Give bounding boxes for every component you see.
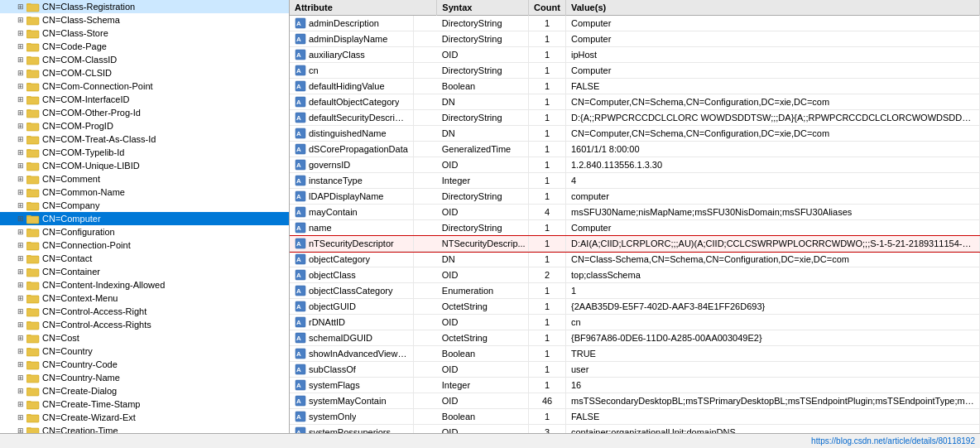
- tree-item[interactable]: ⊞ CN=Class-Store: [0, 26, 289, 40]
- table-row[interactable]: A showInAdvancedViewOnlyBoolean1TRUE: [290, 346, 980, 362]
- svg-text:A: A: [296, 161, 301, 169]
- table-row[interactable]: A objectClassOID2top;classSchema: [290, 267, 980, 283]
- tree-item[interactable]: ⊞ CN=Comment: [0, 172, 289, 185]
- tree-item[interactable]: ⊞ CN=COM-Treat-As-Class-Id: [0, 132, 289, 146]
- tree-item[interactable]: ⊞ CN=COM-ClassID: [0, 53, 289, 66]
- folder-icon: [26, 385, 40, 397]
- tree-item-label: CN=Country-Name: [42, 373, 120, 383]
- table-row[interactable]: A instanceTypeInteger14: [290, 173, 980, 189]
- attr-syntax-cell: Boolean: [437, 346, 529, 362]
- attr-value-cell: top;classSchema: [566, 267, 980, 283]
- tree-item[interactable]: ⊞ CN=COM-Typelib-Id: [0, 146, 289, 159]
- tree-item[interactable]: ⊞ CN=COM-Other-Prog-Id: [0, 106, 289, 119]
- attr-name-cell: A rDNAttID: [290, 315, 414, 330]
- attr-count-cell: 1: [529, 94, 566, 110]
- tree-item-label: CN=COM-Typelib-Id: [42, 147, 124, 157]
- table-row[interactable]: A dSCorePropagationDataGeneralizedTime11…: [290, 142, 980, 157]
- attr-value-cell: user: [566, 362, 980, 378]
- table-row[interactable]: A systemFlagsInteger116: [290, 378, 980, 393]
- tree-item[interactable]: ⊞ CN=COM-CLSID: [0, 66, 289, 79]
- tree-item[interactable]: ⊞ CN=Control-Access-Right: [0, 305, 289, 318]
- table-row[interactable]: A nTSecurityDescriptorNTSecurityDescrip.…: [290, 236, 980, 252]
- table-row[interactable]: A nameDirectoryString1Computer: [290, 220, 980, 236]
- attr-syntax-cell: OctetString: [437, 330, 529, 346]
- status-url[interactable]: https://blog.csdn.net/article/details/80…: [811, 436, 975, 446]
- tree-item[interactable]: ⊞ CN=Common-Name: [0, 185, 289, 199]
- table-row[interactable]: A defaultSecurityDescriptorDirectoryStri…: [290, 110, 980, 126]
- table-row[interactable]: A systemMayContainOID46msTSSecondaryDesk…: [290, 393, 980, 409]
- tree-item[interactable]: ⊞ CN=Content-Indexing-Allowed: [0, 278, 289, 291]
- tree-item[interactable]: ⊞ CN=Cost: [0, 331, 289, 344]
- table-row[interactable]: A schemaIDGUIDOctetString1{BF967A86-0DE6…: [290, 330, 980, 346]
- tree-item[interactable]: ⊞ CN=COM-Unique-LIBID: [0, 159, 289, 172]
- table-row[interactable]: A rDNAttIDOID1cn: [290, 315, 980, 330]
- table-row[interactable]: A distinguishedNameDN1CN=Computer,CN=Sch…: [290, 126, 980, 142]
- attr-icon: A: [295, 285, 306, 296]
- attr-syntax-cell: OID: [437, 47, 529, 63]
- tree-item[interactable]: ⊞ CN=Contact: [0, 252, 289, 265]
- tree-item[interactable]: ⊞ CN=COM-InterfaceID: [0, 93, 289, 106]
- table-row[interactable]: A governsIDOID11.2.840.113556.1.3.30: [290, 157, 980, 173]
- tree-item[interactable]: ⊞ CN=Create-Dialog: [0, 384, 289, 397]
- table-row[interactable]: A objectClassCategoryEnumeration11: [290, 283, 980, 299]
- table-row[interactable]: A cnDirectoryString1Computer: [290, 63, 980, 79]
- table-row[interactable]: A systemPossuperiorsOID3container;organi…: [290, 425, 980, 434]
- table-row[interactable]: A auxiliaryClassOID1ipHost: [290, 47, 980, 63]
- table-row[interactable]: A mayContainOID4msSFU30Name;nisMapName;m…: [290, 205, 980, 220]
- table-row[interactable]: A defaultHidingValueBoolean1FALSE: [290, 79, 980, 94]
- left-panel[interactable]: ⊞ CN=Class-Registration ⊞ CN=Class-Schem…: [0, 0, 290, 433]
- tree-item[interactable]: ⊞ CN=Country-Name: [0, 371, 289, 384]
- attr-icon: A: [295, 33, 306, 45]
- attr-name-cell: A subClassOf: [290, 362, 414, 377]
- tree-item[interactable]: ⊞ CN=Container: [0, 265, 289, 278]
- folder-icon: [26, 253, 40, 264]
- attr-name: adminDisplayName: [309, 34, 387, 44]
- tree-item-label: CN=Contact: [42, 253, 92, 263]
- folder-icon: [26, 266, 40, 277]
- table-row[interactable]: A subClassOfOID1user: [290, 362, 980, 378]
- table-row[interactable]: A adminDescriptionDirectoryString1Comput…: [290, 16, 980, 31]
- attribute-table: Attribute Syntax Count Value(s) A adminD…: [290, 0, 980, 433]
- svg-text:A: A: [296, 193, 301, 200]
- tree-item[interactable]: ⊞ CN=Create-Wizard-Ext: [0, 411, 289, 424]
- attr-icon: A: [295, 301, 306, 312]
- tree-item[interactable]: ⊞ CN=Class-Schema: [0, 13, 289, 26]
- attr-value-cell: CN=Computer,CN=Schema,CN=Configuration,D…: [566, 94, 980, 110]
- expand-icon: ⊞: [15, 292, 26, 304]
- attr-syntax-cell: Enumeration: [437, 283, 529, 299]
- tree-item[interactable]: ⊞ CN=Code-Page: [0, 40, 289, 53]
- tree-item[interactable]: ⊞ CN=Class-Registration: [0, 0, 289, 13]
- tree-item[interactable]: ⊞ CN=Country-Code: [0, 358, 289, 371]
- attr-name-cell: A cn: [290, 63, 414, 78]
- tree-item[interactable]: ⊞ CN=Com-Connection-Point: [0, 79, 289, 93]
- attr-name: subClassOf: [309, 364, 356, 374]
- svg-rect-46: [26, 309, 39, 316]
- tree-item[interactable]: ⊞ CN=Context-Menu: [0, 291, 289, 305]
- attr-value-cell: TRUE: [566, 346, 980, 362]
- tree-item[interactable]: ⊞ CN=Connection-Point: [0, 238, 289, 252]
- tree-item-label: CN=COM-CLSID: [42, 68, 112, 78]
- tree-item[interactable]: ⊞ CN=Control-Access-Rights: [0, 318, 289, 331]
- attr-count-cell: 1: [529, 79, 566, 94]
- tree-item[interactable]: ⊞ CN=Country: [0, 344, 289, 358]
- attr-count-cell: 1: [529, 220, 566, 236]
- svg-rect-36: [26, 243, 39, 250]
- tree-item[interactable]: ⊞ CN=COM-ProgID: [0, 119, 289, 132]
- tree-item[interactable]: ⊞ CN=Create-Time-Stamp: [0, 397, 289, 411]
- table-row[interactable]: A lDAPDisplayNameDirectoryString1compute…: [290, 189, 980, 205]
- tree-item[interactable]: ⊞ CN=Computer: [0, 212, 289, 225]
- attr-name-cell: A instanceType: [290, 173, 414, 188]
- attr-value-cell: 1.2.840.113556.1.3.30: [566, 157, 980, 173]
- svg-rect-48: [26, 322, 39, 330]
- table-row[interactable]: A adminDisplayNameDirectoryString1Comput…: [290, 31, 980, 47]
- attr-name: cn: [309, 65, 319, 75]
- table-row[interactable]: A systemOnlyBoolean1FALSE: [290, 409, 980, 425]
- table-row[interactable]: A defaultObjectCategoryDN1CN=Computer,CN…: [290, 94, 980, 110]
- tree-item[interactable]: ⊞ CN=Creation-Time: [0, 424, 289, 433]
- table-row[interactable]: A objectCategoryDN1CN=Class-Schema,CN=Sc…: [290, 252, 980, 267]
- tree-item[interactable]: ⊞ CN=Configuration: [0, 225, 289, 238]
- table-row[interactable]: A objectGUIDOctetString1{2AAB35D9-E5F7-4…: [290, 299, 980, 315]
- tree-item[interactable]: ⊞ CN=Company: [0, 199, 289, 212]
- svg-text:A: A: [296, 287, 301, 295]
- folder-icon: [26, 67, 40, 79]
